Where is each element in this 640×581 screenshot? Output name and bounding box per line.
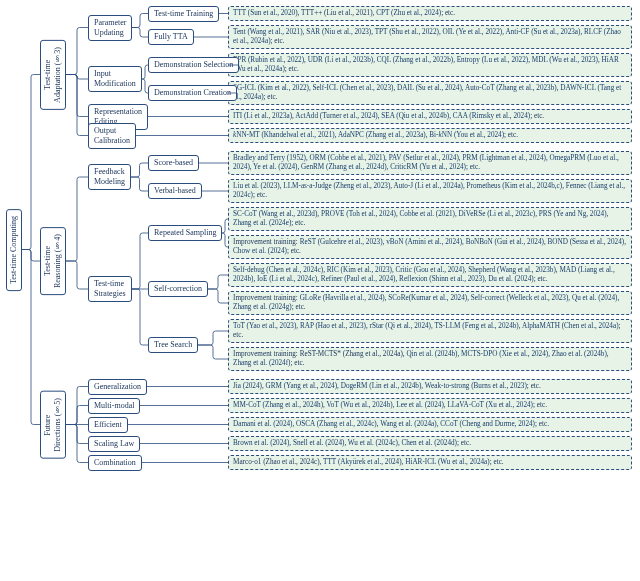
leaf-panel: Improvement training: ReST (Gulcehre et …	[228, 235, 632, 259]
subcategory-node: Verbal-based	[148, 183, 202, 199]
leaf-panel: Marco-o1 (Zhao et al., 2024c), TTT (Akyü…	[228, 455, 632, 470]
leaf-panel: Jia (2024), GRM (Yang et al., 2024), Dog…	[228, 379, 632, 394]
category-node: Scaling Law	[88, 436, 140, 452]
section-node: FutureDirections (§5)	[40, 391, 66, 459]
section-node: Test-timeReasoning (§4)	[40, 227, 66, 295]
category-node: Multi-modal	[88, 398, 140, 414]
leaf-panel: SC-CoT (Wang et al., 2023d), PROVE (Toh …	[228, 207, 632, 231]
leaf-panel: Brown et al. (2024), Snell et al. (2024)…	[228, 436, 632, 451]
category-node: Test-timeStrategies	[88, 276, 132, 302]
subcategory-node: Demonstration Creation	[148, 85, 237, 101]
category-node: FeedbackModeling	[88, 164, 131, 190]
subcategory-node: Demonstration Selection	[148, 57, 239, 73]
leaf-panel: ToT (Yao et al., 2023), RAP (Hao et al.,…	[228, 319, 632, 343]
leaf-panel: MM-CoT (Zhang et al., 2024h), VoT (Wu et…	[228, 398, 632, 413]
leaf-panel: Improvement training: ReST-MCTS* (Zhang …	[228, 347, 632, 371]
category-node: InputModification	[88, 66, 142, 92]
subcategory-node: Self-correction	[148, 281, 208, 297]
leaf-panel: TTT (Sun et al., 2020), TTT++ (Liu et al…	[228, 6, 632, 21]
category-node: Efficient	[88, 417, 128, 433]
subcategory-node: Tree Search	[148, 337, 198, 353]
leaf-panel: Bradley and Terry (1952), ORM (Cobbe et …	[228, 151, 632, 175]
leaf-panel: Damani et al. (2024), OSCA (Zhang et al.…	[228, 417, 632, 432]
subcategory-node: Fully TTA	[148, 29, 194, 45]
category-node: Generalization	[88, 379, 147, 395]
section-node: Test-timeAdaptation (§3)	[40, 40, 66, 110]
leaf-panel: kNN-MT (Khandelwal et al., 2021), AdaNPC…	[228, 128, 632, 143]
category-node: ParameterUpdating	[88, 15, 132, 41]
leaf-panel: Improvement training: GLoRe (Havrilla et…	[228, 291, 632, 315]
subcategory-node: Repeated Sampling	[148, 225, 222, 241]
subcategory-node: Score-based	[148, 155, 199, 171]
category-node: OutputCalibration	[88, 123, 136, 149]
subcategory-node: Test-time Training	[148, 6, 219, 22]
leaf-panel: EPR (Rubin et al., 2022), UDR (Li et al.…	[228, 53, 632, 77]
category-node: Combination	[88, 455, 142, 471]
leaf-panel: Liu et al. (2023), LLM-as-a-Judge (Zheng…	[228, 179, 632, 203]
leaf-panel: SG-ICL (Kim et al., 2022), Self-ICL (Che…	[228, 81, 632, 105]
root-node: Test-time Computing	[6, 209, 22, 291]
leaf-panel: Tent (Wang et al., 2021), SAR (Niu et al…	[228, 25, 632, 49]
leaf-panel: Self-debug (Chen et al., 2024c), RIC (Ki…	[228, 263, 632, 287]
leaf-panel: ITI (Li et al., 2023a), ActAdd (Turner e…	[228, 109, 632, 124]
